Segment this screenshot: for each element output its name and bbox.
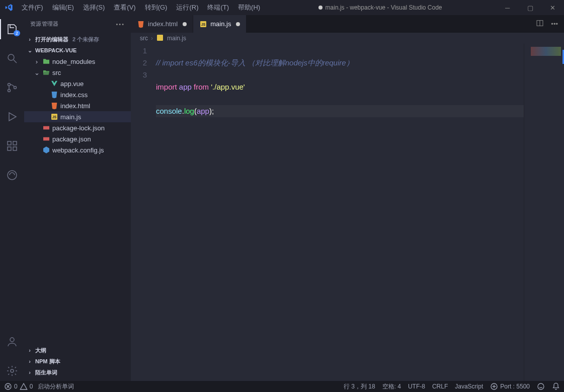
section-outline[interactable]: › 大纲	[24, 345, 131, 356]
status-task[interactable]: 启动分析单词	[38, 382, 74, 391]
status-bell-icon[interactable]	[552, 382, 560, 390]
minimap[interactable]	[524, 44, 564, 381]
svg-point-8	[8, 171, 17, 180]
more-actions-icon[interactable]: •••	[551, 20, 558, 28]
sidebar-explorer: 资源管理器 ••• › 打开的编辑器 2 个未保存 ⌄ WEBPACK-VUE …	[24, 15, 131, 381]
chevron-right-icon: ›	[33, 58, 40, 65]
activity-search[interactable]	[0, 48, 24, 68]
folder-icon	[42, 57, 50, 65]
svg-point-10	[11, 369, 14, 372]
breadcrumbs[interactable]: src › main.js	[131, 33, 564, 44]
code-editor[interactable]: 1 2 3 // import es6的模块化-导入 （对比理解nodejs中的…	[131, 44, 564, 381]
svg-rect-7	[13, 147, 17, 150]
activity-run-debug[interactable]	[0, 107, 24, 127]
dirty-dot-icon[interactable]	[236, 22, 240, 26]
svg-rect-18	[157, 35, 163, 41]
breadcrumb-file[interactable]: main.js	[167, 35, 186, 42]
menu-run[interactable]: 运行(R)	[172, 1, 202, 14]
svg-point-9	[10, 338, 14, 342]
sidebar-title: 资源管理器	[30, 20, 59, 28]
minimap-content	[531, 47, 561, 56]
breadcrumb-src[interactable]: src	[140, 35, 148, 42]
js-icon	[156, 34, 164, 43]
tab-label: index.html	[148, 20, 178, 28]
svg-rect-5	[13, 141, 17, 145]
chevron-right-icon: ›	[26, 358, 33, 364]
status-eol[interactable]: CRLF	[432, 383, 448, 390]
maximize-button[interactable]: ▢	[519, 0, 541, 15]
folder-src[interactable]: ⌄ src	[24, 67, 131, 78]
tab-main-js[interactable]: JS main.js	[193, 15, 247, 33]
close-button[interactable]: ✕	[541, 0, 564, 15]
explorer-badge: 2	[14, 30, 20, 36]
code-content[interactable]: // import es6的模块化-导入 （对比理解nodejs中的requir…	[156, 44, 524, 381]
activity-extensions[interactable]	[0, 136, 24, 156]
chevron-right-icon: ›	[26, 369, 33, 375]
section-project[interactable]: ⌄ WEBPACK-VUE	[24, 45, 131, 56]
window-title: main.js - webpack-vue - Visual Studio Co…	[264, 4, 496, 11]
status-cursor-pos[interactable]: 行 3，列 18	[344, 382, 375, 391]
minimize-button[interactable]: ─	[496, 0, 519, 15]
window-title-text: main.js - webpack-vue - Visual Studio Co…	[326, 4, 442, 11]
file-main-js[interactable]: JS main.js	[24, 111, 131, 122]
file-webpack-config[interactable]: webpack.config.js	[24, 144, 131, 155]
svg-point-3	[14, 87, 17, 89]
activity-other[interactable]	[0, 165, 24, 185]
svg-rect-6	[8, 147, 11, 150]
activity-account[interactable]	[0, 332, 24, 352]
menu-select[interactable]: 选择(S)	[79, 1, 109, 14]
code-comment: // import es6的模块化-导入 （对比理解nodejs中的requir…	[156, 58, 354, 67]
menu-edit[interactable]: 编辑(E)	[48, 1, 78, 14]
section-npm-scripts[interactable]: › NPM 脚本	[24, 356, 131, 367]
file-app-vue[interactable]: app.vue	[24, 78, 131, 89]
svg-rect-4	[8, 141, 11, 145]
css-icon	[50, 91, 58, 99]
tab-actions: •••	[530, 15, 564, 33]
status-problems[interactable]: 0 0	[4, 382, 33, 390]
section-open-editors[interactable]: › 打开的编辑器 2 个未保存	[24, 34, 131, 45]
svg-point-0	[8, 54, 14, 60]
status-indent[interactable]: 空格: 4	[382, 382, 401, 391]
status-lang[interactable]: JavaScript	[455, 383, 483, 390]
sidebar-more-icon[interactable]: •••	[116, 21, 125, 27]
split-editor-icon[interactable]	[536, 19, 544, 29]
activity-scm[interactable]	[0, 77, 24, 98]
chevron-right-icon: ›	[151, 35, 153, 42]
editor-tabs: index.html JS main.js •••	[131, 15, 564, 33]
vue-icon	[50, 80, 58, 88]
status-feedback-icon[interactable]	[537, 382, 545, 390]
status-encoding[interactable]: UTF-8	[408, 383, 425, 390]
webpack-icon	[42, 146, 50, 154]
menu-help[interactable]: 帮助(H)	[234, 1, 264, 14]
file-package-json[interactable]: package.json	[24, 133, 131, 144]
svg-rect-13	[43, 126, 49, 130]
tab-label: main.js	[210, 20, 231, 28]
activity-explorer[interactable]: 2	[0, 19, 24, 39]
chevron-down-icon: ⌄	[33, 69, 40, 76]
file-index-css[interactable]: index.css	[24, 89, 131, 100]
vscode-logo-icon	[0, 4, 18, 12]
tab-index-html[interactable]: index.html	[131, 15, 193, 33]
svg-point-21	[538, 383, 544, 389]
file-index-html[interactable]: index.html	[24, 100, 131, 111]
dirty-dot-icon[interactable]	[183, 22, 187, 26]
menu-terminal[interactable]: 终端(T)	[203, 1, 233, 14]
section-unknown-words[interactable]: › 陌生单词	[24, 367, 131, 378]
menu-file[interactable]: 文件(F)	[18, 1, 47, 14]
js-icon: JS	[50, 113, 58, 121]
chevron-down-icon: ⌄	[26, 47, 33, 54]
activity-settings[interactable]	[0, 361, 24, 381]
file-package-lock[interactable]: package-lock.json	[24, 122, 131, 133]
window-controls: ─ ▢ ✕	[496, 0, 564, 15]
menu-go[interactable]: 转到(G)	[141, 1, 172, 14]
folder-open-icon	[42, 68, 50, 76]
line-number: 2	[131, 57, 147, 69]
title-bar: 文件(F) 编辑(E) 选择(S) 查看(V) 转到(G) 运行(R) 终端(T…	[0, 0, 564, 15]
npm-icon	[42, 135, 50, 143]
folder-node-modules[interactable]: › node_modules	[24, 56, 131, 67]
svg-text:JS: JS	[201, 23, 206, 26]
svg-text:JS: JS	[52, 115, 57, 119]
status-port[interactable]: Port : 5500	[490, 382, 530, 390]
activity-bar: 2	[0, 15, 24, 381]
menu-view[interactable]: 查看(V)	[110, 1, 139, 14]
